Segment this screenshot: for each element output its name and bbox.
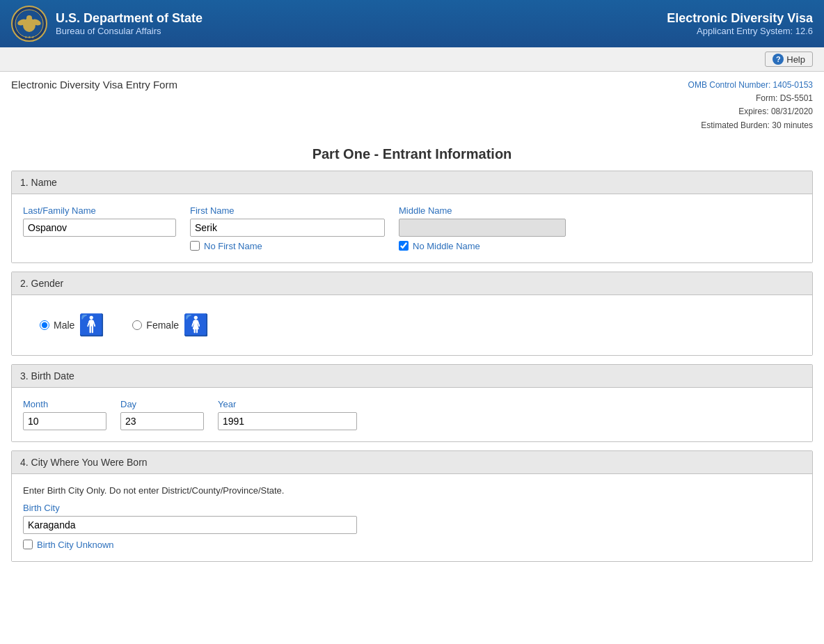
first-name-group: First Name No First Name: [190, 205, 385, 251]
birth-city-unknown-row: Birth City Unknown: [23, 540, 801, 550]
section-birth-date-header: 3. Birth Date: [12, 365, 812, 388]
svg-point-4: [26, 15, 32, 21]
page-heading: Part One - Entrant Information: [0, 135, 824, 171]
birth-city-label: Birth City: [23, 503, 801, 513]
no-first-name-label: No First Name: [204, 241, 262, 251]
no-middle-name-label: No Middle Name: [413, 241, 480, 251]
visa-subtitle: Applicant Entry System: 12.6: [667, 26, 813, 36]
male-option: Male 🚹: [40, 315, 104, 336]
month-label: Month: [23, 399, 106, 409]
last-name-input[interactable]: [23, 219, 176, 237]
birthdate-row: Month Day Year: [23, 399, 801, 430]
agency-name: U.S. Department of State: [56, 11, 203, 26]
no-middle-name-row: No Middle Name: [399, 241, 566, 251]
svg-text:★ ★ ★: ★ ★ ★: [24, 35, 35, 39]
form-meta: OMB Control Number: 1405-0153 Form: DS-5…: [688, 79, 813, 132]
form-info-area: Electronic Diversity Visa Entry Form OMB…: [0, 72, 824, 135]
female-label: Female: [146, 320, 179, 331]
header-right: Electronic Diversity Visa Applicant Entr…: [667, 11, 813, 36]
section-birth-date-body: Month Day Year: [12, 388, 812, 441]
help-label: Help: [786, 54, 805, 65]
no-first-name-row: No First Name: [190, 241, 385, 251]
help-button[interactable]: ? Help: [765, 52, 813, 67]
burden-estimate: Estimated Burden: 30 minutes: [688, 119, 813, 132]
birth-city-input[interactable]: [23, 516, 357, 534]
section-name-body: Last/Family Name First Name No First Nam…: [12, 194, 812, 262]
header-left: ★ ★ ★ U.S. Department of State Bureau of…: [11, 6, 203, 42]
year-field: Year: [218, 399, 357, 430]
help-circle-icon: ?: [772, 54, 784, 65]
middle-name-group: Middle Name No Middle Name: [399, 205, 566, 251]
birth-city-unknown-checkbox[interactable]: [23, 540, 33, 549]
bureau-name: Bureau of Consular Affairs: [56, 26, 203, 36]
section-birth-date: 3. Birth Date Month Day Year: [11, 364, 813, 442]
section-birth-city-body: Enter Birth City Only. Do not enter Dist…: [12, 474, 812, 561]
day-label: Day: [120, 399, 204, 409]
omb-number: OMB Control Number: 1405-0153: [688, 79, 813, 92]
female-radio[interactable]: [132, 320, 142, 330]
city-note: Enter Birth City Only. Do not enter Dist…: [23, 485, 801, 496]
birth-city-field: Birth City: [23, 503, 801, 534]
male-label: Male: [54, 320, 74, 331]
name-fields: Last/Family Name First Name No First Nam…: [23, 205, 801, 251]
month-input[interactable]: [23, 412, 106, 430]
visa-title: Electronic Diversity Visa: [667, 11, 813, 26]
section-birth-city: 4. City Where You Were Born Enter Birth …: [11, 450, 813, 562]
section-name-header: 1. Name: [12, 171, 812, 194]
last-name-label: Last/Family Name: [23, 205, 176, 216]
male-radio[interactable]: [40, 320, 49, 330]
month-field: Month: [23, 399, 106, 430]
female-option: Female 🚺: [132, 315, 209, 336]
first-name-label: First Name: [190, 205, 385, 216]
year-input[interactable]: [218, 412, 357, 430]
day-field: Day: [120, 399, 204, 430]
no-middle-name-checkbox[interactable]: [399, 241, 409, 251]
year-label: Year: [218, 399, 357, 409]
section-name: 1. Name Last/Family Name First Name No F…: [11, 171, 813, 263]
middle-name-input[interactable]: [399, 219, 566, 237]
header: ★ ★ ★ U.S. Department of State Bureau of…: [0, 0, 824, 47]
section-gender-header: 2. Gender: [12, 272, 812, 295]
section-gender: 2. Gender Male 🚹 Female 🚺: [11, 272, 813, 356]
form-number: Form: DS-5501: [688, 92, 813, 105]
expires-date: Expires: 08/31/2020: [688, 105, 813, 118]
day-input[interactable]: [120, 412, 204, 430]
male-person-icon: 🚹: [79, 315, 104, 336]
help-bar: ? Help: [0, 47, 824, 72]
section-gender-body: Male 🚹 Female 🚺: [12, 295, 812, 355]
female-person-icon: 🚺: [183, 315, 209, 336]
us-seal-icon: ★ ★ ★: [11, 6, 47, 42]
section-birth-city-header: 4. City Where You Were Born: [12, 451, 812, 474]
middle-name-label: Middle Name: [399, 205, 566, 216]
form-title: Electronic Diversity Visa Entry Form: [11, 79, 177, 91]
header-title: U.S. Department of State Bureau of Consu…: [56, 11, 203, 36]
gender-row: Male 🚹 Female 🚺: [23, 306, 801, 344]
birth-city-unknown-label: Birth City Unknown: [37, 540, 114, 550]
first-name-input[interactable]: [190, 219, 385, 237]
no-first-name-checkbox[interactable]: [190, 241, 200, 251]
last-name-group: Last/Family Name: [23, 205, 176, 237]
